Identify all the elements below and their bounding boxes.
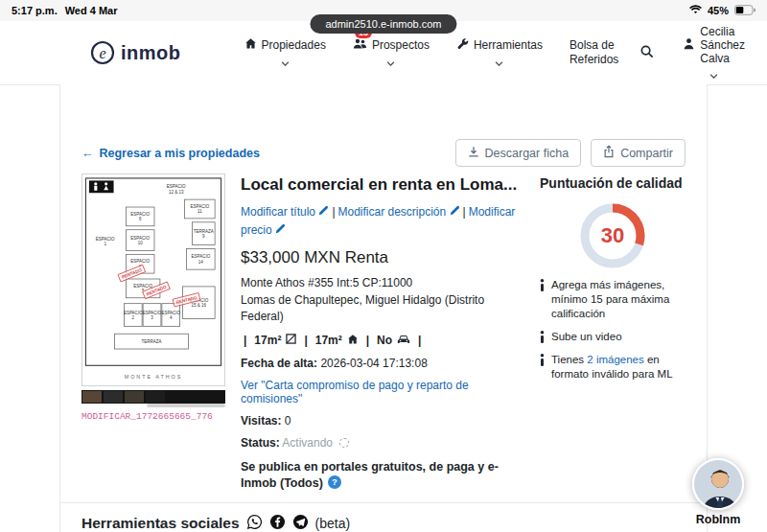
edit-description-link[interactable]: Modificar descripción <box>338 205 460 219</box>
svg-text:e: e <box>99 45 105 61</box>
separator: | <box>463 205 466 219</box>
property-address: Monte Athos #355 Int:5 CP:11000 Lomas de… <box>241 275 524 325</box>
info-icon <box>540 354 545 366</box>
social-tools-heading: Herramientas sociales <box>81 515 240 532</box>
svg-text:TERRAZA: TERRAZA <box>141 339 161 344</box>
image-thumbnail[interactable] <box>146 391 165 403</box>
separator: | <box>304 334 307 347</box>
section-divider <box>60 502 707 503</box>
quality-tip: Sube un video <box>540 330 686 344</box>
publish-text: Se publica en portales gratuitos, de pag… <box>241 460 499 491</box>
date-added-label: Fecha de alta: <box>241 357 317 370</box>
pencil-icon <box>450 205 460 219</box>
image-thumbnail[interactable] <box>82 391 102 403</box>
browser-address-pill[interactable]: admin2510.e-inmob.com <box>310 14 456 34</box>
date: Wed 4 Mar <box>65 5 118 16</box>
visits-row: Visitas: 0 <box>241 414 524 428</box>
whatsapp-icon <box>246 514 263 532</box>
back-to-properties-link[interactable]: ← Regresar a mis propiedades <box>81 147 260 160</box>
chevron-down-icon <box>386 56 395 69</box>
svg-text:ESPACIO4: ESPACIO4 <box>161 311 180 320</box>
nav-item-label: Referidos <box>569 53 618 67</box>
share-button[interactable]: Compartir <box>591 139 686 167</box>
terrain-size: 17m² <box>254 334 281 347</box>
home-icon <box>244 37 257 53</box>
telegram-icon <box>292 514 309 532</box>
visits-value: 0 <box>285 414 291 428</box>
thumbnail-scrollbar[interactable] <box>147 404 226 407</box>
tip-text: Agrega más imágenes, mínimo 15 para máxi… <box>551 278 686 321</box>
restroom-icon <box>89 180 114 193</box>
nav-item-label: Herramientas <box>474 38 543 52</box>
image-thumbnail[interactable] <box>104 391 123 403</box>
floorplan-rooms: ESPACIO12 & 13ESPACIO11TERRAZA9ESPACIO14… <box>96 184 215 349</box>
nav-item-propiedades[interactable]: Propiedades <box>244 37 326 69</box>
floorplan-image[interactable]: ESPACIO12 & 13ESPACIO11TERRAZA9ESPACIO14… <box>81 173 225 386</box>
tools-icon <box>456 37 469 53</box>
quality-score-value: 30 <box>579 202 646 269</box>
chevron-down-icon <box>281 56 290 69</box>
image-filename-caption: MODIFICAR_1772665665_776 <box>81 411 225 422</box>
pencil-icon <box>275 223 286 237</box>
separator: | <box>366 334 369 347</box>
quality-tip: Tienes 2 imágenes en formato inválido pa… <box>540 353 686 382</box>
person-icon <box>683 37 695 53</box>
separator: | <box>244 334 246 347</box>
separator: | <box>332 205 335 219</box>
construction-size: 17m² <box>315 334 342 347</box>
info-icon <box>540 331 545 343</box>
payment-agreement-link[interactable]: Ver "Carta compromiso de pago y reparto … <box>241 379 524 405</box>
status-label: Status: <box>241 436 280 450</box>
image-thumbnail[interactable] <box>125 391 144 403</box>
battery-icon <box>734 5 755 17</box>
help-icon[interactable]: ? <box>328 475 341 489</box>
button-label: Descargar ficha <box>485 147 569 160</box>
edit-title-link[interactable]: Modificar título <box>241 205 329 219</box>
chevron-down-icon <box>709 68 718 81</box>
visits-label: Visitas: <box>241 414 281 428</box>
parking-value: No <box>377 334 392 347</box>
download-sheet-button[interactable]: Descargar ficha <box>455 139 582 167</box>
floorplan-rented-stamps: RENTADORENTADORENTADO <box>118 265 200 307</box>
button-label: Compartir <box>620 147 673 160</box>
nav-item-label: Propiedades <box>262 38 326 52</box>
quality-score-gauge: 30 <box>579 202 646 269</box>
ruler-icon <box>286 334 296 347</box>
address-line2: Lomas de Chapultepec, Miguel Hidalgo (Di… <box>241 292 524 326</box>
facebook-icon <box>269 514 286 532</box>
profile-name: RobInm <box>681 513 755 526</box>
tip-text-before: Tienes <box>551 354 587 365</box>
quality-tip: Agrega más imágenes, mínimo 15 para máxi… <box>540 278 686 321</box>
svg-text:ESPACIO10: ESPACIO10 <box>130 236 150 245</box>
nav-item-label: Bolsa de <box>569 38 618 53</box>
nav-item-herramientas[interactable]: Herramientas <box>456 37 543 69</box>
nav-item-user-menu[interactable]: Cecilia Sánchez Calva <box>683 25 745 81</box>
social-tools-section: Herramientas sociales (beta) <box>81 514 686 532</box>
app-logo[interactable]: e inmob <box>88 38 181 67</box>
pencil-icon <box>318 205 329 219</box>
svg-text:ESPACIO3: ESPACIO3 <box>143 311 162 320</box>
nav-item-prospectos[interactable]: 15 Prospectos <box>353 37 430 69</box>
status-row: Status: Activando <box>241 436 524 450</box>
tip-text: Tienes 2 imágenes en formato inválido pa… <box>551 353 686 382</box>
svg-text:ESPACIO1: ESPACIO1 <box>96 237 115 246</box>
invalid-images-link[interactable]: 2 imágenes <box>587 354 643 365</box>
info-icon <box>540 279 545 291</box>
share-icon <box>603 145 615 161</box>
logo-icon: e <box>88 38 117 67</box>
property-price: $33,000 MXN Renta <box>241 248 524 267</box>
support-profile-widget[interactable]: RobInm <box>681 458 755 526</box>
property-detail-card: ← Regresar a mis propiedades Descargar f… <box>59 84 708 532</box>
nav-item-bolsa-referidos[interactable]: Bolsa de Referidos <box>569 38 618 67</box>
user-name: Cecilia Sánchez Calva <box>700 25 745 65</box>
search-icon[interactable] <box>639 44 654 62</box>
download-icon <box>468 146 479 161</box>
beta-label: (beta) <box>315 516 351 531</box>
battery-percent: 45% <box>708 5 729 16</box>
car-icon <box>397 334 410 347</box>
people-icon <box>353 37 367 53</box>
image-thumbnail-strip[interactable] <box>81 390 225 404</box>
date-added-row: Fecha de alta: 2026-03-04 17:13:08 <box>241 357 524 370</box>
avatar[interactable] <box>692 458 744 510</box>
link-label: Modificar título <box>241 205 315 219</box>
